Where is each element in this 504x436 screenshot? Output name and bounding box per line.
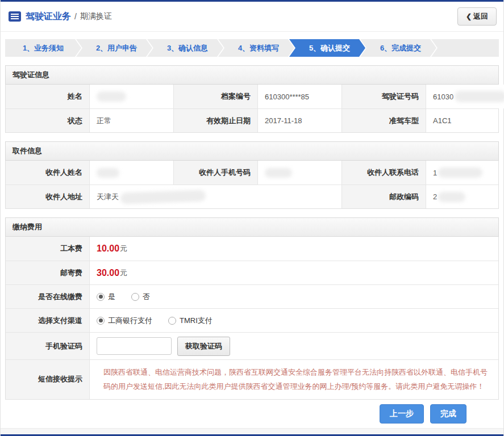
recipient-mobile-value — [258, 161, 342, 185]
file-number-label: 档案编号 — [174, 85, 258, 108]
step-5-confirm-submit[interactable]: 5、确认提交 — [289, 39, 365, 57]
name-value — [90, 85, 174, 108]
fees-section: 缴纳费用 工本费 10.00元 邮寄费 30.00元 是否在线缴费 是 否 — [5, 217, 499, 400]
online-pay-label: 是否在线缴费 — [6, 285, 90, 308]
section-title: 取件信息 — [5, 141, 499, 161]
recipient-phone-value: 1 — [426, 161, 498, 185]
mail-fee-label: 邮寄费 — [6, 261, 90, 284]
fee-unit: 元 — [120, 244, 127, 254]
table-row: 状态 正常 有效期止日期 2017-11-18 准驾车型 A1C1 — [6, 108, 498, 132]
mail-fee-value: 30.00元 — [90, 261, 498, 284]
production-fee-label: 工本费 — [6, 237, 90, 261]
recipient-address-value: 天津天 — [90, 185, 342, 208]
redaction-blur — [455, 91, 504, 102]
redaction-blur — [438, 167, 482, 178]
back-button-label: 返回 — [473, 12, 488, 20]
step-1-notice[interactable]: 1、业务须知 — [5, 39, 81, 57]
footer-strip — [1, 428, 503, 434]
radio-no-icon[interactable] — [131, 293, 139, 301]
recipient-phone-label: 收件人联系电话 — [342, 161, 426, 185]
step-bar-filler — [431, 39, 499, 57]
section-title: 缴纳费用 — [5, 217, 499, 237]
redaction-blur — [97, 168, 119, 178]
form-list-icon — [9, 11, 21, 22]
recipient-mobile-label: 收件人手机号码 — [174, 161, 258, 185]
radio-yes-icon[interactable] — [97, 293, 105, 301]
pay-channel-label: 选择支付渠道 — [6, 309, 90, 332]
breadcrumb-current: 期满换证 — [80, 11, 112, 22]
expiry-date-label: 有效期止日期 — [174, 109, 258, 132]
table-row: 姓名 档案编号 610300****85 驾驶证号码 61030 — [6, 85, 498, 108]
page-title: 驾驶证业务 — [26, 11, 71, 23]
section-title: 驾驶证信息 — [5, 65, 499, 85]
step-6-complete[interactable]: 6、完成提交 — [360, 39, 436, 57]
radio-yes-label[interactable]: 是 — [108, 292, 115, 302]
vehicle-class-label: 准驾车型 — [342, 109, 426, 132]
previous-step-button[interactable]: 上一步 — [380, 404, 424, 424]
breadcrumb-separator: / — [74, 12, 77, 21]
status-value: 正常 — [90, 109, 174, 132]
step-wizard: 1、业务须知 2、用户申告 3、确认信息 4、资料填写 5、确认提交 6、完成提… — [5, 39, 499, 57]
online-pay-options: 是 否 — [90, 285, 498, 308]
radio-icbc-label[interactable]: 工商银行支付 — [108, 316, 152, 326]
production-fee-value: 10.00元 — [90, 237, 498, 261]
license-info-section: 驾驶证信息 姓名 档案编号 610300****85 驾驶证号码 61030 状… — [5, 65, 499, 133]
name-label: 姓名 — [6, 85, 90, 108]
pickup-info-section: 取件信息 收件人姓名 收件人手机号码 收件人联系电话 1 收件人地址 天津天 邮… — [5, 141, 499, 209]
radio-tmri-icon[interactable] — [168, 317, 176, 325]
recipient-name-value — [90, 161, 174, 185]
step-3-confirm-info[interactable]: 3、确认信息 — [147, 39, 223, 57]
license-number-label: 驾驶证号码 — [342, 85, 426, 108]
status-label: 状态 — [6, 109, 90, 132]
redaction-blur — [120, 190, 206, 204]
table-row: 收件人姓名 收件人手机号码 收件人联系电话 1 — [6, 161, 498, 185]
radio-tmri-label[interactable]: TMRI支付 — [180, 316, 213, 326]
step-4-fill-data[interactable]: 4、资料填写 — [218, 39, 294, 57]
recipient-address-label: 收件人地址 — [6, 185, 90, 208]
sms-code-field: 获取验证码 — [90, 333, 498, 359]
fee-amount: 10.00 — [97, 244, 119, 254]
sms-notice-row: 短信接收提示 因陕西省联通、电信运营商技术问题，陕西省互联网交通安全综合服务管理… — [6, 359, 498, 399]
postal-code-value: 2 — [426, 185, 498, 208]
step-2-declaration[interactable]: 2、用户申告 — [76, 39, 152, 57]
redaction-blur — [97, 91, 126, 102]
footer-actions: 上一步 完成 — [1, 400, 503, 428]
sms-code-label: 手机验证码 — [6, 333, 90, 359]
recipient-name-label: 收件人姓名 — [6, 161, 90, 185]
pay-channel-row: 选择支付渠道 工商银行支付 TMRI支付 — [6, 308, 498, 332]
header: 驾驶证业务 / 期满换证 ❮返回 — [1, 2, 503, 32]
fee-amount: 30.00 — [97, 268, 119, 278]
production-fee-row: 工本费 10.00元 — [6, 237, 498, 261]
postal-code-label: 邮政编码 — [342, 185, 426, 208]
page: 驾驶证业务 / 期满换证 ❮返回 1、业务须知 2、用户申告 3、确认信息 4、… — [0, 0, 504, 436]
radio-icbc-icon[interactable] — [97, 317, 105, 325]
sms-code-input[interactable] — [97, 337, 172, 355]
sms-notice-text: 因陕西省联通、电信运营商技术问题，陕西省互联网交通安全综合服务管理平台无法向持陕… — [97, 360, 498, 399]
redaction-blur — [438, 192, 465, 202]
chevron-left-icon: ❮ — [466, 12, 472, 20]
online-pay-row: 是否在线缴费 是 否 — [6, 284, 498, 308]
license-number-value: 61030 — [426, 85, 504, 108]
vehicle-class-value: A1C1 — [426, 109, 498, 132]
back-button[interactable]: ❮返回 — [457, 7, 497, 26]
mail-fee-row: 邮寄费 30.00元 — [6, 261, 498, 284]
sms-code-row: 手机验证码 获取验证码 — [6, 332, 498, 359]
redaction-blur — [265, 168, 292, 178]
finish-button[interactable]: 完成 — [430, 404, 466, 424]
fee-unit: 元 — [120, 268, 127, 278]
get-code-button[interactable]: 获取验证码 — [177, 337, 230, 356]
file-number-value: 610300****85 — [258, 85, 342, 108]
sms-notice-label: 短信接收提示 — [6, 360, 90, 399]
pay-channel-options: 工商银行支付 TMRI支付 — [90, 309, 498, 332]
table-row: 收件人地址 天津天 邮政编码 2 — [6, 185, 498, 208]
radio-no-label[interactable]: 否 — [143, 292, 150, 302]
expiry-date-value: 2017-11-18 — [258, 109, 342, 132]
